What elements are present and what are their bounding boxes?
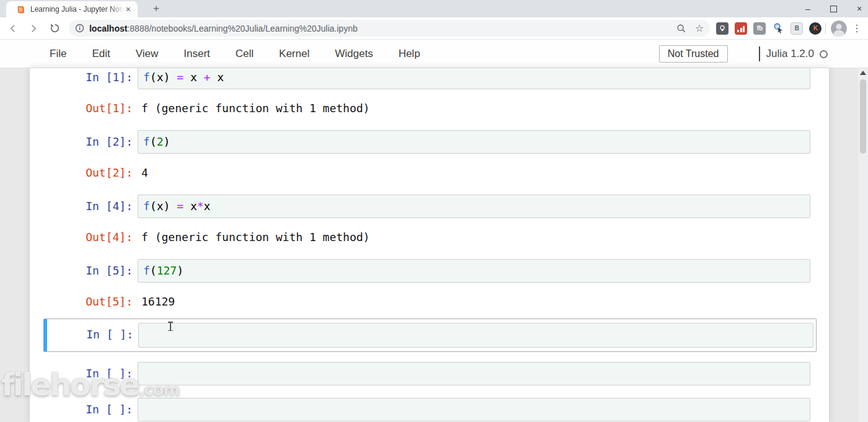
zoom-icon[interactable] xyxy=(676,24,686,33)
code-token: ( xyxy=(150,264,157,277)
window-close-button[interactable]: × xyxy=(854,4,864,14)
fb-extension-icon[interactable]: fb xyxy=(753,22,766,35)
empty-cell: In [ ]: xyxy=(30,398,829,421)
url-path: :8888/notebooks/Learning%20Julia/Learnin… xyxy=(127,24,357,33)
code-token: (x) xyxy=(150,71,177,84)
tab-title: Learning Julia - Jupyter Noteboo xyxy=(30,5,124,14)
page-scrollbar[interactable] xyxy=(858,68,868,422)
menu-view[interactable]: View xyxy=(136,48,159,60)
profile-avatar[interactable] xyxy=(831,20,847,37)
window-controls: – × xyxy=(803,0,864,17)
code-token: ) xyxy=(177,264,184,277)
reload-icon[interactable] xyxy=(46,20,63,37)
output-prompt: Out[2]: xyxy=(30,161,138,180)
code-token: = xyxy=(177,71,184,84)
code-cell-2: In [2]: f(2) xyxy=(30,130,829,154)
b-extension-icon[interactable]: B xyxy=(790,22,803,35)
code-input[interactable]: f(x) = x + x xyxy=(138,68,810,89)
input-prompt: In [ ]: xyxy=(30,362,138,380)
code-token: 127 xyxy=(157,264,177,277)
code-token: f xyxy=(143,264,150,277)
code-token: x xyxy=(184,71,204,84)
code-cell-1: In [1]: f(x) = x + x xyxy=(30,68,829,89)
input-prompt: In [1]: xyxy=(30,68,138,84)
scrollbar-thumb[interactable] xyxy=(860,79,866,154)
notebook-page: In [1]: f(x) = x + x Out[1]: f (generic … xyxy=(0,68,868,422)
output-prompt: Out[5]: xyxy=(30,290,138,309)
url-text: localhost:8888/notebooks/Learning%20Juli… xyxy=(89,24,676,33)
code-token: f xyxy=(143,135,150,148)
kernel-idle-icon xyxy=(820,50,828,58)
input-prompt: In [5]: xyxy=(30,259,138,278)
menu-insert[interactable]: Insert xyxy=(184,48,210,60)
output-text: 4 xyxy=(138,161,829,180)
menu-widgets[interactable]: Widgets xyxy=(335,48,373,60)
code-input[interactable]: f(2) xyxy=(138,130,810,154)
lightbulb-extension-icon[interactable] xyxy=(716,22,728,35)
menu-help[interactable]: Help xyxy=(399,48,420,60)
code-token: f xyxy=(143,200,150,213)
not-trusted-button[interactable]: Not Trusted xyxy=(659,45,728,63)
window-minimize-button[interactable]: – xyxy=(803,4,813,14)
code-token: x xyxy=(184,200,197,213)
browser-menu-icon[interactable]: ⋮ xyxy=(852,22,862,34)
empty-cell: In [ ]: xyxy=(30,362,829,385)
output-prompt: Out[4]: xyxy=(30,226,138,244)
code-input[interactable] xyxy=(138,323,813,348)
forward-icon[interactable] xyxy=(26,20,42,37)
menu-kernel[interactable]: Kernel xyxy=(279,48,309,60)
kernel-divider xyxy=(759,46,760,61)
output-text: f (generic function with 1 method) xyxy=(138,226,829,244)
menu-file[interactable]: File xyxy=(50,48,66,60)
code-token: x xyxy=(210,71,224,84)
menu-list: File Edit View Insert Cell Kernel Widget… xyxy=(0,48,420,60)
input-prompt: In [ ]: xyxy=(47,323,138,341)
back-icon[interactable] xyxy=(5,20,21,37)
output-prompt: Out[1]: xyxy=(30,97,138,115)
code-token: 2 xyxy=(157,135,164,148)
toolbar-divider xyxy=(825,23,826,34)
menu-cell[interactable]: Cell xyxy=(236,48,254,60)
extensions-row: fb B K xyxy=(716,22,822,35)
url-host: localhost xyxy=(89,24,127,33)
menu-edit[interactable]: Edit xyxy=(92,48,110,60)
input-prompt: In [4]: xyxy=(30,195,138,213)
code-token: * xyxy=(197,200,204,213)
output-row-5: Out[5]: 16129 xyxy=(30,290,829,309)
bookmark-star-icon[interactable]: ☆ xyxy=(695,22,704,34)
code-token: + xyxy=(204,71,211,84)
code-token: = xyxy=(177,200,184,213)
notebook-menubar: File Edit View Insert Cell Kernel Widget… xyxy=(0,40,868,68)
code-token: ) xyxy=(164,135,170,148)
code-token: x xyxy=(204,200,211,213)
output-row-2: Out[2]: 4 xyxy=(30,161,829,180)
url-field[interactable]: localhost:8888/notebooks/Learning%20Juli… xyxy=(69,20,710,37)
code-token: ( xyxy=(150,135,157,148)
code-input[interactable]: f(x) = x*x xyxy=(138,195,810,218)
window-maximize-button[interactable] xyxy=(830,6,837,12)
address-bar: localhost:8888/notebooks/Learning%20Juli… xyxy=(0,17,868,40)
menubar-right: Not Trusted Julia 1.2.0 xyxy=(659,40,828,68)
scrollbar-up-icon[interactable] xyxy=(860,71,866,75)
browser-tab[interactable]: Learning Julia - Jupyter Noteboo × xyxy=(6,1,138,17)
kernel-name[interactable]: Julia 1.2.0 xyxy=(766,48,815,60)
text-cursor xyxy=(170,322,171,330)
input-prompt: In [ ]: xyxy=(30,398,138,416)
magnifier-pointer-extension-icon[interactable] xyxy=(772,22,784,35)
tab-close-icon[interactable]: × xyxy=(124,4,133,14)
jupyter-notebook-favicon-icon xyxy=(16,5,25,14)
selected-empty-cell[interactable]: In [ ]: xyxy=(43,319,817,352)
k-extension-icon[interactable]: K xyxy=(809,22,822,35)
output-row-1: Out[1]: f (generic function with 1 metho… xyxy=(30,97,829,115)
output-row-4: Out[4]: f (generic function with 1 metho… xyxy=(30,226,829,244)
code-input[interactable] xyxy=(138,398,810,421)
new-tab-button[interactable]: + xyxy=(149,2,164,17)
output-text: f (generic function with 1 method) xyxy=(138,97,829,115)
code-input[interactable] xyxy=(138,362,810,385)
code-token: f xyxy=(143,71,150,84)
analytics-extension-icon[interactable] xyxy=(735,22,747,35)
tab-bar: Learning Julia - Jupyter Noteboo × + – × xyxy=(0,0,868,17)
code-input[interactable]: f(127) xyxy=(138,259,810,283)
page-info-icon[interactable] xyxy=(75,24,84,33)
output-text: 16129 xyxy=(138,290,829,309)
